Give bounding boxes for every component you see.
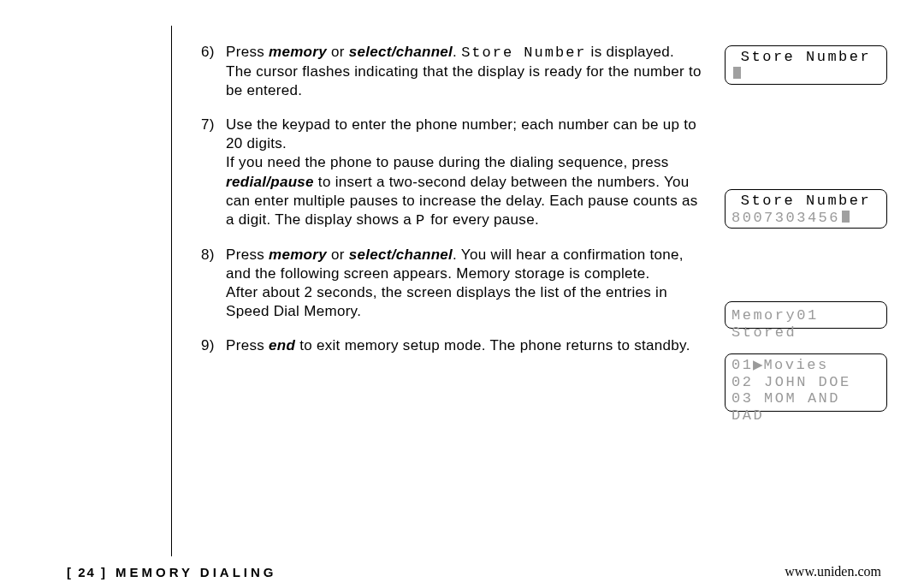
url: www.uniden.com [785, 564, 881, 579]
lcd-screen-store-number-empty: Store Number [725, 45, 887, 85]
key-select-channel: select/channel [349, 44, 453, 60]
lcd-line: Store Number [732, 193, 880, 210]
key-select-channel: select/channel [349, 246, 453, 263]
key-memory: memory [269, 44, 327, 60]
text: The cursor flashes indicating that the d… [226, 63, 702, 98]
key-end: end [269, 337, 295, 353]
text: or [327, 246, 349, 263]
page-footer: [ 24 ] MEMORY DIALING www.uniden.com [0, 555, 924, 579]
arrow-right-icon: ▶ [753, 357, 763, 371]
text: or [327, 44, 349, 60]
lcd-screen-memory-stored: Memory01 Stored [725, 301, 887, 329]
text: to exit memory setup mode. The phone ret… [295, 337, 690, 353]
text: . [453, 44, 461, 60]
lcd-line: Memory01 Stored [732, 307, 880, 341]
text: Press [226, 44, 269, 60]
step-6: 6) Press memory or select/channel. Store… [201, 43, 714, 100]
lcd-line: 8007303456 [732, 210, 880, 227]
lcd-screen-store-number-filled: Store Number 8007303456 [725, 189, 887, 229]
step-7: 7) Use the keypad to enter the phone num… [201, 116, 714, 230]
lcd-screen-memory-list: 01▶Movies 02 JOHN DOE 03 MOM AND DAD [725, 353, 887, 412]
step-8: 8) Press memory or select/channel. You w… [201, 246, 714, 321]
lcd-text-inline: P [416, 212, 426, 229]
page-number: [ 24 ] [67, 565, 107, 579]
text: Press [226, 246, 269, 263]
lcd-line: 03 MOM AND DAD [732, 390, 880, 424]
step-number: 7) [201, 116, 222, 134]
step-number: 8) [201, 246, 222, 264]
lcd-line: 02 JOHN DOE [732, 374, 880, 391]
lcd-text-inline: Store Number [461, 45, 586, 61]
step-number: 6) [201, 43, 222, 62]
section-title: MEMORY DIALING [116, 565, 277, 579]
text: for every pause. [426, 211, 539, 228]
step-number: 9) [201, 336, 222, 355]
key-memory: memory [269, 246, 327, 263]
lcd-line: 01▶Movies [732, 357, 880, 374]
key-redial-pause: redial/pause [226, 174, 314, 190]
text: If you need the phone to pause during th… [226, 154, 669, 170]
text: Press [226, 337, 269, 353]
text: Use the keypad to enter the phone number… [226, 116, 696, 151]
text: After about 2 seconds, the screen displa… [226, 284, 667, 319]
step-9: 9) Press end to exit memory setup mode. … [201, 336, 714, 355]
text: is displayed. [587, 44, 674, 60]
cursor-icon [733, 67, 741, 79]
instruction-body: 6) Press memory or select/channel. Store… [201, 43, 714, 371]
section-divider [171, 26, 172, 556]
lcd-line: Store Number [732, 49, 880, 66]
cursor-icon [842, 211, 850, 223]
